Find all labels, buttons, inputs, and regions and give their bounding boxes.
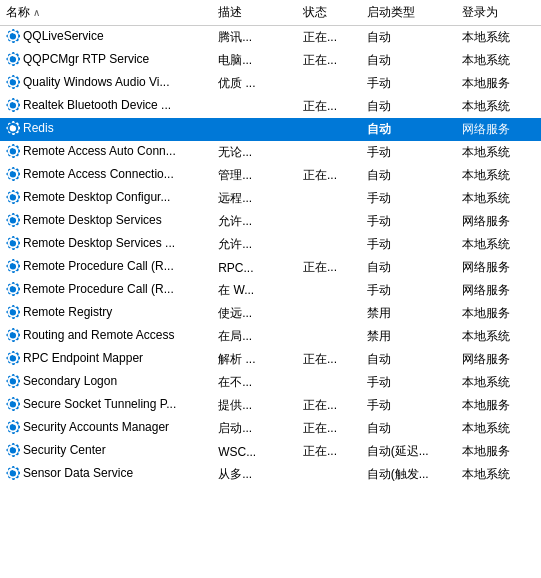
gear-icon: [6, 144, 20, 158]
service-status-cell: [297, 325, 361, 348]
service-starttype-cell: 自动: [361, 26, 456, 50]
gear-icon: [6, 29, 20, 43]
table-row[interactable]: Secure Socket Tunneling P...提供...正在...手动…: [0, 394, 541, 417]
service-starttype-cell: 手动: [361, 72, 456, 95]
service-status-cell: 正在...: [297, 49, 361, 72]
service-starttype-cell: 自动: [361, 95, 456, 118]
service-starttype-cell: 自动: [361, 417, 456, 440]
gear-icon: [6, 259, 20, 273]
table-row[interactable]: Remote Procedure Call (R...在 W...手动网络服务: [0, 279, 541, 302]
service-name-cell: Secondary Logon: [0, 371, 212, 394]
col-header-name[interactable]: 名称 ∧: [0, 0, 212, 26]
service-name-cell: Redis: [0, 118, 212, 141]
col-header-starttype[interactable]: 启动类型: [361, 0, 456, 26]
service-status-cell: 正在...: [297, 95, 361, 118]
service-starttype-cell: 自动: [361, 348, 456, 371]
service-desc-cell: 管理...: [212, 164, 297, 187]
service-name-cell: Routing and Remote Access: [0, 325, 212, 348]
service-desc-cell: 解析 ...: [212, 348, 297, 371]
service-name-cell: Remote Procedure Call (R...: [0, 279, 212, 302]
service-starttype-cell: 手动: [361, 279, 456, 302]
service-name: Realtek Bluetooth Device ...: [23, 98, 171, 112]
gear-icon: [6, 98, 20, 112]
service-starttype-cell: 自动: [361, 256, 456, 279]
col-header-desc[interactable]: 描述: [212, 0, 297, 26]
services-table: 名称 ∧ 描述 状态 启动类型 登录为 QQLiveService腾讯...正在…: [0, 0, 541, 486]
table-row[interactable]: Remote Procedure Call (R...RPC...正在...自动…: [0, 256, 541, 279]
gear-icon: [6, 374, 20, 388]
service-name: Redis: [23, 121, 54, 135]
table-row[interactable]: Redis自动网络服务: [0, 118, 541, 141]
service-desc-cell: RPC...: [212, 256, 297, 279]
service-name: Remote Access Auto Conn...: [23, 144, 176, 158]
table-row[interactable]: Security Accounts Manager启动...正在...自动本地系…: [0, 417, 541, 440]
table-row[interactable]: Remote Desktop Services允许...手动网络服务: [0, 210, 541, 233]
services-table-container: 名称 ∧ 描述 状态 启动类型 登录为 QQLiveService腾讯...正在…: [0, 0, 541, 486]
service-name: QQPCMgr RTP Service: [23, 52, 149, 66]
service-login-cell: 本地系统: [456, 187, 541, 210]
service-name-cell: Remote Procedure Call (R...: [0, 256, 212, 279]
service-name-cell: Remote Access Connectio...: [0, 164, 212, 187]
table-row[interactable]: Remote Desktop Services ...允许...手动本地系统: [0, 233, 541, 256]
service-status-cell: 正在...: [297, 348, 361, 371]
table-row[interactable]: Routing and Remote Access在局...禁用本地系统: [0, 325, 541, 348]
service-starttype-cell: 禁用: [361, 325, 456, 348]
gear-icon: [6, 236, 20, 250]
service-name-cell: Remote Desktop Configur...: [0, 187, 212, 210]
service-desc-cell: 启动...: [212, 417, 297, 440]
service-name: Routing and Remote Access: [23, 328, 174, 342]
table-row[interactable]: Remote Access Auto Conn...无论...手动本地系统: [0, 141, 541, 164]
service-desc-cell: 远程...: [212, 187, 297, 210]
service-name: Remote Procedure Call (R...: [23, 282, 174, 296]
service-desc-cell: 在 W...: [212, 279, 297, 302]
table-row[interactable]: RPC Endpoint Mapper解析 ...正在...自动网络服务: [0, 348, 541, 371]
service-status-cell: [297, 302, 361, 325]
gear-icon: [6, 213, 20, 227]
table-row[interactable]: Remote Registry使远...禁用本地服务: [0, 302, 541, 325]
table-row[interactable]: QQPCMgr RTP Service电脑...正在...自动本地系统: [0, 49, 541, 72]
service-desc-cell: 在局...: [212, 325, 297, 348]
service-name: Remote Desktop Services ...: [23, 236, 175, 250]
gear-icon: [6, 466, 20, 480]
service-status-cell: [297, 72, 361, 95]
service-login-cell: 本地系统: [456, 49, 541, 72]
service-status-cell: [297, 141, 361, 164]
service-name: Remote Access Connectio...: [23, 167, 174, 181]
service-login-cell: 网络服务: [456, 256, 541, 279]
service-login-cell: 本地系统: [456, 26, 541, 50]
service-status-cell: [297, 118, 361, 141]
service-starttype-cell: 自动: [361, 118, 456, 141]
service-name: RPC Endpoint Mapper: [23, 351, 143, 365]
service-name: Sensor Data Service: [23, 466, 133, 480]
service-desc-cell: 电脑...: [212, 49, 297, 72]
service-status-cell: [297, 279, 361, 302]
service-name: Security Accounts Manager: [23, 420, 169, 434]
service-name: Remote Procedure Call (R...: [23, 259, 174, 273]
service-login-cell: 本地系统: [456, 233, 541, 256]
table-row[interactable]: Secondary Logon在不...手动本地系统: [0, 371, 541, 394]
gear-icon: [6, 190, 20, 204]
gear-icon: [6, 282, 20, 296]
col-header-login[interactable]: 登录为: [456, 0, 541, 26]
table-row[interactable]: QQLiveService腾讯...正在...自动本地系统: [0, 26, 541, 50]
gear-icon: [6, 305, 20, 319]
col-header-status[interactable]: 状态: [297, 0, 361, 26]
table-row[interactable]: Security CenterWSC...正在...自动(延迟...本地服务: [0, 440, 541, 463]
service-login-cell: 本地系统: [456, 164, 541, 187]
service-starttype-cell: 自动(触发...: [361, 463, 456, 486]
table-row[interactable]: Remote Access Connectio...管理...正在...自动本地…: [0, 164, 541, 187]
service-starttype-cell: 手动: [361, 187, 456, 210]
table-row[interactable]: Realtek Bluetooth Device ...正在...自动本地系统: [0, 95, 541, 118]
service-name: QQLiveService: [23, 29, 104, 43]
service-name: Secondary Logon: [23, 374, 117, 388]
service-desc-cell: 无论...: [212, 141, 297, 164]
table-row[interactable]: Remote Desktop Configur...远程...手动本地系统: [0, 187, 541, 210]
table-row[interactable]: Quality Windows Audio Vi...优质 ...手动本地服务: [0, 72, 541, 95]
service-status-cell: [297, 187, 361, 210]
service-status-cell: 正在...: [297, 26, 361, 50]
service-desc-cell: 腾讯...: [212, 26, 297, 50]
service-name: Remote Desktop Services: [23, 213, 162, 227]
service-name-cell: Quality Windows Audio Vi...: [0, 72, 212, 95]
table-row[interactable]: Sensor Data Service从多...自动(触发...本地系统: [0, 463, 541, 486]
service-status-cell: 正在...: [297, 164, 361, 187]
